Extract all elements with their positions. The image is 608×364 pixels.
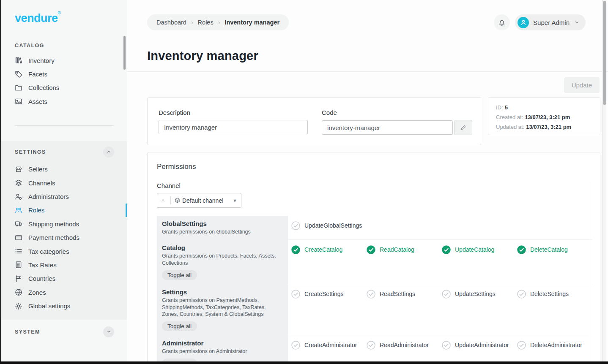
permission-label: ReadCatalog [380,245,414,253]
collapse-system-button[interactable] [103,326,114,337]
permission-group-name: Settings [162,288,280,296]
sidebar-scrollbar[interactable] [123,36,126,70]
sidebar-item-label: Shipping methods [28,220,79,228]
permission-group-description: Grants permissions on Products, Facets, … [162,253,280,267]
channel-label: Channel [157,182,591,189]
sidebar-item-payment-methods[interactable]: Payment methods [1,231,127,244]
checkbox-icon [367,290,375,299]
permission-group-row: Catalog Grants permissions on Products, … [157,240,591,284]
roles-icon [15,206,22,214]
permissions-table: GlobalSettings Grants permissions on Glo… [157,216,591,364]
channel-select[interactable]: Default channel ▼ [157,193,241,208]
sidebar-item-label: Payment methods [28,234,79,241]
permission-checkbox-createadministrator[interactable]: CreateAdministrator [291,335,367,350]
permission-checkbox-updateadministrator[interactable]: UpdateAdministrator [442,335,517,350]
sidebar-section-label: CATALOG [15,43,44,49]
sidebar-section-label: SETTINGS [15,149,46,155]
sidebar-sections: CATALOG Inventory Facets Collections Ass… [1,43,127,346]
permission-group-header: Settings Grants permissions on PaymentMe… [157,284,288,336]
permission-group-header: Administrator Grants permissions on Admi… [157,335,288,364]
notifications-button[interactable] [494,14,510,30]
permission-checkbox-readcatalog[interactable]: ReadCatalog [367,240,442,254]
sidebar-item-label: Inventory [28,57,55,64]
avatar [518,17,529,28]
permission-label: UpdateGlobalSettings [304,221,362,229]
page-scrollbar[interactable] [602,0,606,361]
update-button[interactable]: Update [564,77,600,93]
permission-checkbox-createcatalog[interactable]: CreateCatalog [291,240,367,254]
permission-checkbox-updatesettings[interactable]: UpdateSettings [442,284,517,299]
sidebar-item-facets[interactable]: Facets [1,67,127,81]
channels-icon [15,179,22,187]
bell-icon [498,19,506,26]
channel-selected-value: Default channel [182,197,233,204]
chevron-up-icon [106,149,112,155]
toggle-all-button[interactable]: Toggle all [162,321,197,331]
checkbox-icon [291,341,300,350]
sidebar-item-zones[interactable]: Zones [1,285,127,299]
sidebar-item-administrators[interactable]: Administrators [1,190,127,203]
breadcrumb-item-roles[interactable]: Roles [198,19,214,26]
facets-icon [15,71,22,78]
sidebar-item-tax-categories[interactable]: Tax categories [1,244,127,258]
description-input[interactable] [159,120,308,134]
permission-label: ReadSettings [380,290,415,297]
permission-label: CreateCatalog [304,245,342,253]
permissions-card: Permissions Channel Default channel ▼ Gl… [147,152,600,364]
sidebar-section-header: CATALOG [1,43,127,49]
permission-checkbox-deletecatalog[interactable]: DeleteCatalog [517,240,592,254]
permission-checkbox-updateglobalsettings[interactable]: UpdateGlobalSettings [291,216,367,230]
sidebar-item-label: Sellers [28,166,48,173]
edit-code-button[interactable] [454,120,472,135]
permission-group-name: Administrator [162,340,280,347]
collapse-settings-button[interactable] [103,147,114,158]
permission-label: DeleteSettings [530,290,569,297]
sidebar-item-tax-rates[interactable]: Tax Rates [1,258,127,272]
vendure-logo[interactable]: vendure® [1,0,127,25]
sidebar-item-global-settings[interactable]: Global settings [1,299,127,312]
permission-checkbox-deletesettings[interactable]: DeleteSettings [517,284,592,299]
chevron-down-icon [574,19,580,25]
breadcrumb-item-inventory-manager[interactable]: Inventory manager [225,19,279,26]
remove-channel-button[interactable] [161,197,167,204]
meta-updated: Updated at:13/07/23, 3:21 pm [496,122,592,132]
user-menu[interactable]: Super Admin [515,14,586,30]
breadcrumb-separator-icon: › [218,19,220,26]
sidebar-section-system: SYSTEM [1,320,127,346]
sidebar-section-header: SETTINGS [1,147,127,158]
sidebar-item-roles[interactable]: Roles [1,204,127,217]
collections-icon [15,84,22,92]
breadcrumb-separator-icon: › [191,19,193,26]
code-input[interactable] [322,120,453,135]
page-scrollbar-thumb[interactable] [603,1,606,105]
shipping-methods-icon [15,220,22,228]
sidebar-item-countries[interactable]: Countries [1,272,127,285]
topbar-actions: Super Admin [494,14,586,30]
user-icon [520,19,527,26]
permission-checkbox-deleteadministrator[interactable]: DeleteAdministrator [517,335,592,350]
sidebar-item-label: Tax Rates [28,261,57,269]
checkbox-icon [291,245,300,254]
permission-checkbox-readadministrator[interactable]: ReadAdministrator [367,335,442,350]
permission-checkbox-createsettings[interactable]: CreateSettings [291,284,367,299]
sidebar-item-inventory[interactable]: Inventory [1,54,127,67]
assets-icon [15,98,22,105]
sidebar-item-collections[interactable]: Collections [1,81,127,95]
window-left-edge [0,0,1,364]
countries-icon [15,275,22,283]
sidebar-item-shipping-methods[interactable]: Shipping methods [1,217,127,231]
sidebar-item-assets[interactable]: Assets [1,95,127,108]
permission-label: ReadAdministrator [380,341,429,348]
permission-group-row: GlobalSettings Grants permissions on Glo… [157,216,591,240]
sidebar-item-sellers[interactable]: Sellers [1,163,127,176]
tax-categories-icon [15,247,22,255]
permission-checkbox-readsettings[interactable]: ReadSettings [367,284,442,299]
breadcrumb: Dashboard›Roles›Inventory manager [147,14,289,30]
toggle-all-button[interactable]: Toggle all [162,270,197,280]
permission-group-description: Grants permissions on Administrator [162,348,280,355]
breadcrumb-item-dashboard[interactable]: Dashboard [156,19,186,26]
permission-label: DeleteAdministrator [530,341,582,348]
sidebar-item-channels[interactable]: Channels [1,176,127,190]
permission-group-name: GlobalSettings [162,220,280,227]
permission-checkbox-updatecatalog[interactable]: UpdateCatalog [442,240,517,254]
